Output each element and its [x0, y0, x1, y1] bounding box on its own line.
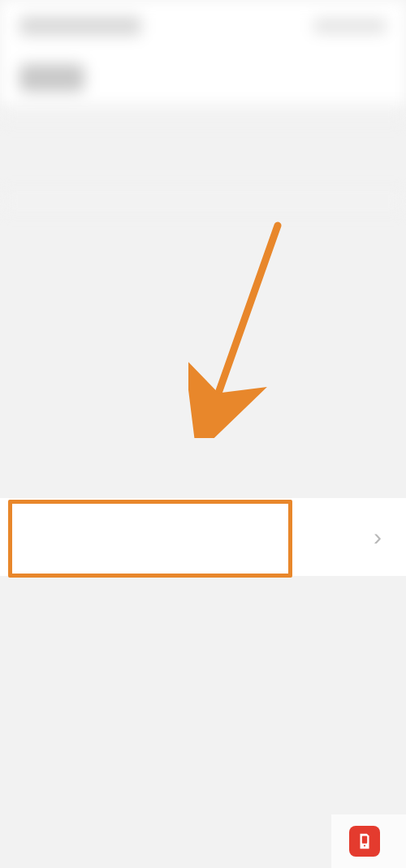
- annotation-arrow: [188, 219, 294, 438]
- svg-rect-1: [362, 836, 367, 844]
- status-bar: [0, 0, 406, 52]
- svg-point-2: [364, 844, 365, 846]
- phone-screen: ›: [0, 0, 406, 868]
- page-title: [0, 52, 406, 104]
- chevron-right-icon: ›: [374, 523, 382, 551]
- svg-line-0: [211, 226, 278, 414]
- annotation-highlight-box: [8, 500, 292, 578]
- watermark: [331, 814, 406, 868]
- watermark-logo-icon: [349, 826, 380, 857]
- blurred-settings-list: [0, 0, 406, 209]
